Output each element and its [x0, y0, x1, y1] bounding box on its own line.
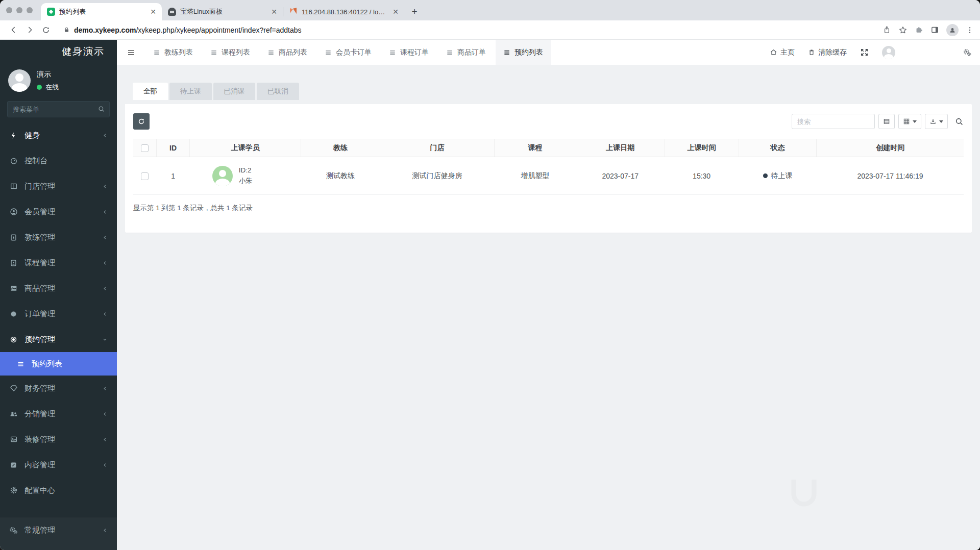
column-header-course[interactable]: 课程: [495, 139, 576, 157]
status-filter-tabs: 全部 待上课 已消课 已取消: [133, 83, 972, 100]
settings-cogs-icon[interactable]: [963, 48, 972, 57]
side-panel-button[interactable]: [930, 26, 939, 34]
user-avatar[interactable]: [8, 69, 31, 92]
sidebar-item-orders[interactable]: 订单管理: [0, 301, 117, 327]
back-button[interactable]: [6, 23, 20, 37]
columns-button[interactable]: [898, 114, 921, 129]
column-header-store[interactable]: 门店: [380, 139, 495, 157]
filter-tab-cancelled[interactable]: 已取消: [257, 83, 299, 100]
chevron-left-icon: [102, 286, 108, 291]
fullscreen-button[interactable]: [860, 48, 869, 57]
close-tab-icon[interactable]: ✕: [149, 7, 158, 16]
reload-button[interactable]: [39, 23, 53, 37]
new-tab-button[interactable]: +: [407, 5, 422, 19]
sidebar-item-dashboard[interactable]: 控制台: [0, 148, 117, 173]
row-id: 1: [157, 157, 190, 195]
window-controls: [6, 0, 33, 20]
sidebar-item-courses[interactable]: 课程管理: [0, 250, 117, 276]
nav-tab-goods-orders[interactable]: 商品订单: [438, 40, 494, 65]
refresh-button[interactable]: [133, 113, 150, 130]
browser-tab-appointments[interactable]: 预约列表 ✕: [41, 3, 162, 20]
column-header-student[interactable]: 上课学员: [190, 139, 301, 157]
sidebar-item-content[interactable]: 内容管理: [0, 452, 117, 478]
store-icon: [9, 182, 18, 190]
filter-tab-pending[interactable]: 待上课: [169, 83, 212, 100]
menu-search-input[interactable]: [7, 101, 110, 117]
user-panel: 演示 在线: [0, 63, 117, 99]
column-header-id[interactable]: ID: [157, 139, 190, 157]
table-row[interactable]: 1 ID:2 小朱: [133, 157, 964, 195]
sidebar-item-label: 订单管理: [24, 309, 95, 319]
export-button[interactable]: [925, 114, 948, 129]
zoom-window-button[interactable]: [27, 7, 33, 13]
share-button[interactable]: [883, 26, 891, 34]
sidebar-item-appointments[interactable]: 预约管理: [0, 327, 117, 352]
goods-image-icon: [9, 284, 18, 292]
list-icon: [446, 49, 453, 56]
nav-tab-membercard-orders[interactable]: 会员卡订单: [317, 40, 379, 65]
close-window-button[interactable]: [6, 7, 12, 13]
sidebar-item-label: 内容管理: [24, 460, 95, 470]
select-all-checkbox[interactable]: [141, 144, 149, 152]
column-header-status[interactable]: 状态: [739, 139, 817, 157]
sidebar-item-config[interactable]: 配置中心: [0, 478, 117, 503]
home-button[interactable]: 主页: [770, 48, 795, 57]
nav-tab-goods-list[interactable]: 商品列表: [260, 40, 315, 65]
phpmyadmin-favicon-icon: [289, 8, 298, 16]
nav-tab-course-orders[interactable]: 课程订单: [381, 40, 436, 65]
nav-tab-appointment-list[interactable]: 预约列表: [496, 40, 551, 65]
column-header-date[interactable]: 上课日期: [576, 139, 665, 157]
url-text: demo.xykeep.com/xykeep.php/xykeep/appoin…: [74, 26, 302, 34]
browser-tab-phpmyadmin[interactable]: 116.204.88.136:40122 / localh ✕: [283, 3, 404, 20]
extensions-puzzle-icon[interactable]: [915, 26, 923, 34]
sidebar-item-label: 教练管理: [24, 233, 95, 242]
row-checkbox[interactable]: [141, 172, 149, 180]
users-group-icon: [9, 410, 18, 418]
browser-menu-dots-icon[interactable]: [966, 26, 974, 34]
sidebar-item-appointment-list[interactable]: 预约列表: [0, 352, 117, 376]
filter-tab-all[interactable]: 全部: [133, 83, 168, 100]
browser-profile-avatar[interactable]: [946, 24, 959, 36]
sidebar-item-label: 会员管理: [24, 207, 95, 217]
column-header-time[interactable]: 上课时间: [665, 139, 739, 157]
browser-tab-bt-panel[interactable]: 宝塔Linux面板 ✕: [162, 3, 283, 20]
filter-tab-completed[interactable]: 已消课: [213, 83, 256, 100]
sidebar-item-goods[interactable]: 商品管理: [0, 276, 117, 301]
chevron-left-icon: [102, 411, 108, 417]
row-student-cell: ID:2 小朱: [190, 157, 301, 195]
tab-title: 116.204.88.136:40122 / localh: [302, 8, 387, 16]
chevron-left-icon: [102, 437, 108, 442]
trash-icon: [808, 48, 815, 56]
search-toggle-icon[interactable]: [954, 117, 964, 126]
minimize-window-button[interactable]: [16, 7, 22, 13]
nav-tab-coach-list[interactable]: 教练列表: [145, 40, 201, 65]
sidebar-item-general[interactable]: 常规管理: [0, 517, 117, 543]
sidebar-item-members[interactable]: 会员管理: [0, 199, 117, 224]
list-bars-icon: [16, 360, 25, 368]
bookmark-star-button[interactable]: [898, 26, 908, 35]
column-header-coach[interactable]: 教练: [301, 139, 380, 157]
sidebar-item-decoration[interactable]: 装修管理: [0, 427, 117, 452]
sidebar-item-stores[interactable]: 门店管理: [0, 173, 117, 199]
forward-button[interactable]: [22, 23, 37, 37]
menu-search: [7, 101, 110, 117]
sidebar-item-fitness[interactable]: 健身: [0, 122, 117, 148]
clear-cache-button[interactable]: 清除缓存: [808, 48, 847, 57]
sidebar-item-coaches[interactable]: 教练管理: [0, 224, 117, 250]
address-bar[interactable]: demo.xykeep.com/xykeep.php/xykeep/appoin…: [58, 23, 873, 37]
sidebar-item-finance[interactable]: 财务管理: [0, 376, 117, 401]
close-tab-icon[interactable]: ✕: [270, 7, 279, 16]
course-book-icon: [9, 259, 18, 267]
hamburger-menu-icon[interactable]: [117, 40, 145, 65]
nav-tab-course-list[interactable]: 课程列表: [203, 40, 258, 65]
view-toggle-button[interactable]: [878, 114, 895, 129]
column-header-created[interactable]: 创建时间: [817, 139, 964, 157]
sidebar-item-distribution[interactable]: 分销管理: [0, 401, 117, 427]
table-header-row: ID 上课学员 教练 门店 课程 上课日期 上课时间 状态 创建时间: [133, 139, 964, 157]
chevron-left-icon: [102, 260, 108, 266]
chevron-left-icon: [102, 386, 108, 391]
cogs-icon: [9, 526, 18, 535]
close-tab-icon[interactable]: ✕: [391, 7, 400, 16]
table-search-input[interactable]: [792, 114, 875, 129]
admin-avatar[interactable]: [882, 46, 895, 59]
